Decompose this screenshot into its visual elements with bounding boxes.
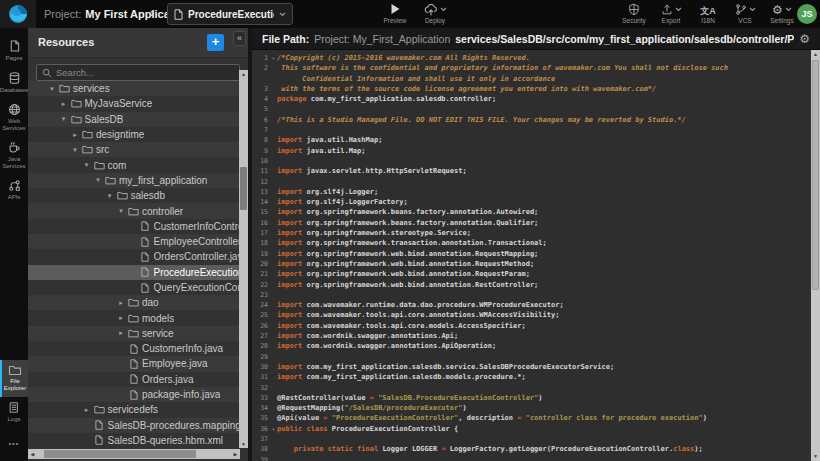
code-text: import org.springframework.web.bind.anno… <box>277 280 538 290</box>
tree-item[interactable]: ▸service <box>28 326 239 341</box>
tree-item-label: CustomerInfo.java <box>142 343 223 354</box>
chevron-down-icon[interactable]: ▾ <box>46 85 58 93</box>
code-line: 22import org.springframework.web.bind.an… <box>252 280 811 290</box>
file-icon <box>139 267 152 277</box>
token-p: javax.servlet.http.HttpServletRequest; <box>307 167 467 175</box>
tree-scrollbar-thumb[interactable] <box>240 167 247 210</box>
editor-scrollbar[interactable]: ▲ ▼ <box>811 50 820 461</box>
tree-hscrollbar-thumb[interactable] <box>44 450 196 458</box>
scroll-left-icon[interactable]: ◀ <box>28 449 37 459</box>
tree-item[interactable]: CustomerInfo.java <box>28 341 239 356</box>
user-avatar[interactable]: JS <box>797 4 817 24</box>
scroll-up-icon[interactable]: ▲ <box>811 50 820 59</box>
code-editor[interactable]: 1▾/*Copyright (c) 2015-2016 wavemaker.co… <box>252 50 811 461</box>
scroll-down-icon[interactable]: ▼ <box>811 452 820 461</box>
tree-item-label: Employee.java <box>142 358 208 369</box>
tree-item[interactable]: ▾controller <box>28 203 239 218</box>
code-text: import com.wavemaker.runtime.data.dao.pr… <box>277 300 564 310</box>
tree-item[interactable]: ▸designtime <box>28 127 239 142</box>
sidebar-item-java-services[interactable]: Java Services <box>0 137 28 175</box>
chevron-down-icon[interactable]: ▾ <box>81 161 93 169</box>
tree-item[interactable]: ▸dao <box>28 295 239 310</box>
folder-icon <box>116 191 129 200</box>
tree-item[interactable]: ▾my_first_application <box>28 173 239 188</box>
deploy-button[interactable]: Deploy <box>423 2 447 24</box>
file-icon <box>93 435 106 445</box>
sidebar-item-logs[interactable]: Logs <box>0 397 28 428</box>
chevron-right-icon[interactable]: ▸ <box>58 100 70 108</box>
tree-item[interactable]: SalesDB-queries.hbm.xml <box>28 433 239 448</box>
sidebar-item-web-services[interactable]: Web Services <box>0 99 28 137</box>
tree-item[interactable]: EmployeeController.java <box>28 234 239 249</box>
chevron-right-icon[interactable]: ▸ <box>115 329 127 337</box>
tree-item[interactable]: ▾SalesDB <box>28 112 239 127</box>
code-line: 29 <box>252 352 811 362</box>
scroll-down-icon[interactable]: ▼ <box>239 440 248 448</box>
chevron-right-icon[interactable]: ▸ <box>69 131 81 139</box>
sidebar-item-pages[interactable]: Pages <box>0 35 28 67</box>
chevron-down-icon[interactable]: ▾ <box>104 192 116 200</box>
line-number: 19 <box>252 249 270 259</box>
logs-label: Logs <box>7 416 20 423</box>
collapse-panel-button[interactable]: « <box>233 31 246 46</box>
branch-icon <box>735 3 747 16</box>
line-number: 13 <box>252 187 270 197</box>
page-icon <box>8 39 21 53</box>
export-button[interactable]: Export <box>659 2 683 24</box>
code-line: 2 This software is the confidential and … <box>252 63 811 73</box>
tree-item[interactable]: ▸servicedefs <box>28 402 239 417</box>
add-resource-button[interactable]: + <box>207 34 224 51</box>
fold-gutter <box>270 63 277 73</box>
chevron-right-icon[interactable]: ▸ <box>81 406 93 414</box>
settings-button[interactable]: ⚙Settings <box>770 2 794 24</box>
file-path-value: services/SalesDB/src/com/my_first_applic… <box>455 33 794 45</box>
tree-item[interactable]: Employee.java <box>28 356 239 371</box>
chevron-down-icon[interactable]: ▾ <box>69 146 81 154</box>
databases-label: Databases <box>0 87 28 94</box>
sidebar-item-apis[interactable]: APIs <box>0 175 28 206</box>
vcs-button[interactable]: VCS <box>733 2 757 24</box>
tree-item[interactable]: CustomerInfoController.java <box>28 219 239 234</box>
chevron-right-icon[interactable]: ▸ <box>115 314 127 322</box>
tree-item[interactable]: ▸models <box>28 310 239 325</box>
tree-item[interactable]: ▸MyJavaService <box>28 96 239 111</box>
chevron-down-icon[interactable]: ▾ <box>58 115 70 123</box>
tree-item-label: src <box>96 144 109 155</box>
tree-item[interactable]: SalesDB-procedures.mappings.json <box>28 418 239 433</box>
fold-marker-icon[interactable]: ▾ <box>270 424 277 434</box>
chevron-down-icon[interactable] <box>279 12 286 17</box>
open-file-tab[interactable]: ProcedureExecution... <box>167 3 293 25</box>
token-s: "controller class for procedure executio… <box>526 414 703 422</box>
sidebar-item-file-explorer[interactable]: File Explorer <box>0 360 28 397</box>
tree-horizontal-scrollbar[interactable]: ◀ ▶ <box>28 449 240 459</box>
tree-item[interactable]: ▾src <box>28 142 239 157</box>
tree-item[interactable]: ▾salesdb <box>28 188 239 203</box>
line-number: 14 <box>252 197 270 207</box>
tree-vertical-scrollbar[interactable]: ▲ ▼ <box>239 70 248 448</box>
security-button[interactable]: Security <box>622 2 646 24</box>
scroll-up-icon[interactable]: ▲ <box>239 70 248 78</box>
code-line: 30import com.my_first_application.salesd… <box>252 362 811 372</box>
tree-item[interactable]: ProcedureExecutionController.java <box>28 265 239 280</box>
fold-marker-icon[interactable]: ▾ <box>270 53 277 63</box>
chevron-down-icon[interactable]: ▾ <box>92 176 104 184</box>
tree-item[interactable]: ▾services <box>28 81 239 96</box>
chevron-down-icon[interactable]: ▾ <box>115 207 127 215</box>
tree-item[interactable]: Orders.java <box>28 372 239 387</box>
scroll-right-icon[interactable]: ▶ <box>231 449 240 459</box>
editor-scrollbar-thumb[interactable] <box>812 60 819 290</box>
search-input[interactable] <box>56 67 234 78</box>
file-settings-gear-icon[interactable]: ⚙ <box>799 33 810 45</box>
tree-item[interactable]: OrdersController.java <box>28 249 239 264</box>
wavemaker-logo[interactable] <box>0 0 36 28</box>
tree-item[interactable]: QueryExecutionController.java <box>28 280 239 295</box>
sidebar-item-more[interactable]: ••• <box>0 428 28 457</box>
tree-item[interactable]: package-info.java <box>28 387 239 402</box>
tree-item[interactable]: ▾com <box>28 157 239 172</box>
code-line: 15import org.springframework.beans.facto… <box>252 207 811 217</box>
chevron-right-icon[interactable]: ▸ <box>115 299 127 307</box>
token-p: org.slf4j.LoggerFactory; <box>307 198 408 206</box>
preview-button[interactable]: Preview <box>383 2 407 24</box>
i18n-button[interactable]: 文AI18N <box>696 2 720 24</box>
sidebar-item-databases[interactable]: Databases <box>0 67 28 99</box>
